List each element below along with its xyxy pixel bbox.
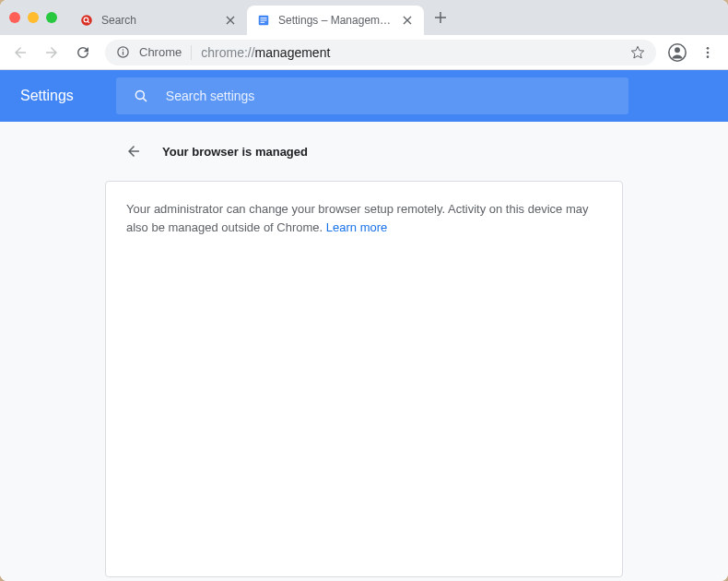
favicon-search-icon <box>79 13 94 28</box>
settings-header: Settings <box>0 70 728 122</box>
tab-search[interactable]: Search <box>70 6 247 35</box>
toolbar: Chrome chrome://management <box>0 35 728 70</box>
panel-title: Your browser is managed <box>162 145 308 159</box>
tab-title: Settings – Management <box>278 14 393 27</box>
svg-rect-4 <box>261 18 267 18</box>
panel-header: Your browser is managed <box>105 122 623 181</box>
svg-point-0 <box>81 15 92 26</box>
management-card: Your administrator can change your brows… <box>105 181 623 577</box>
omnibox-separator <box>191 45 192 60</box>
tab-bar: Search Settings – Management <box>0 0 728 35</box>
svg-point-12 <box>707 47 710 50</box>
omnibox-protocol-label: Chrome <box>139 45 182 59</box>
back-button[interactable] <box>7 40 33 65</box>
new-tab-button[interactable] <box>428 5 453 30</box>
search-settings-box[interactable] <box>116 77 628 114</box>
bookmark-star-icon[interactable] <box>630 45 645 60</box>
settings-content: Your browser is managed Your administrat… <box>0 122 728 581</box>
profile-avatar-button[interactable] <box>665 41 689 65</box>
minimize-window-button[interactable] <box>28 12 39 23</box>
svg-line-16 <box>143 98 147 101</box>
close-window-button[interactable] <box>9 12 20 23</box>
svg-rect-9 <box>123 52 123 55</box>
svg-point-11 <box>675 47 680 53</box>
back-arrow-button[interactable] <box>125 143 142 160</box>
omnibox-url: chrome://management <box>201 45 330 60</box>
maximize-window-button[interactable] <box>46 12 57 23</box>
settings-title: Settings <box>20 88 74 104</box>
close-tab-icon[interactable] <box>400 13 415 28</box>
search-settings-input[interactable] <box>166 89 612 103</box>
management-panel: Your browser is managed Your administrat… <box>105 122 623 577</box>
omnibox[interactable]: Chrome chrome://management <box>105 40 656 65</box>
tab-settings-management[interactable]: Settings – Management <box>247 6 424 35</box>
svg-rect-6 <box>261 22 265 23</box>
traffic-lights <box>9 12 57 23</box>
svg-point-14 <box>707 55 710 58</box>
search-icon <box>133 88 149 104</box>
svg-point-13 <box>707 51 710 53</box>
svg-rect-5 <box>261 19 267 20</box>
svg-point-15 <box>135 90 144 99</box>
close-tab-icon[interactable] <box>223 13 238 28</box>
browser-window: Search Settings – Management <box>0 0 728 581</box>
learn-more-link[interactable]: Learn more <box>326 220 387 234</box>
svg-point-8 <box>123 49 124 51</box>
forward-button[interactable] <box>39 40 65 65</box>
chrome-menu-button[interactable] <box>695 40 721 65</box>
reload-button[interactable] <box>70 40 96 65</box>
tab-title: Search <box>101 14 216 27</box>
favicon-settings-icon <box>256 13 271 28</box>
site-info-icon[interactable] <box>116 45 130 59</box>
